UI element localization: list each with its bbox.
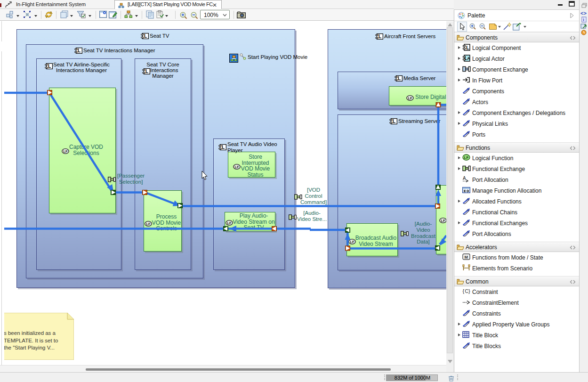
- svg-text:L: L: [144, 33, 147, 39]
- svg-text:LF: LF: [464, 155, 469, 160]
- svg-text:A: A: [463, 176, 466, 181]
- svg-text:LF: LF: [408, 96, 412, 100]
- svg-text:<>: <>: [580, 10, 587, 16]
- svg-text:L: L: [466, 45, 469, 50]
- svg-text:LF: LF: [441, 219, 445, 223]
- svg-text:}: }: [468, 288, 470, 294]
- svg-text:L: L: [398, 76, 401, 81]
- svg-text:L: L: [393, 119, 395, 124]
- svg-text:LF: LF: [146, 222, 151, 226]
- svg-text:L: L: [78, 48, 81, 53]
- svg-text:M: M: [465, 255, 468, 260]
- svg-text:{: {: [463, 288, 465, 294]
- svg-text:LA: LA: [465, 56, 470, 61]
- svg-text:C: C: [465, 289, 468, 294]
- svg-text:i: i: [583, 17, 585, 22]
- svg-text:LF: LF: [227, 221, 232, 225]
- svg-text:L: L: [48, 64, 51, 69]
- svg-text:L: L: [379, 34, 381, 39]
- svg-text:L: L: [222, 145, 225, 150]
